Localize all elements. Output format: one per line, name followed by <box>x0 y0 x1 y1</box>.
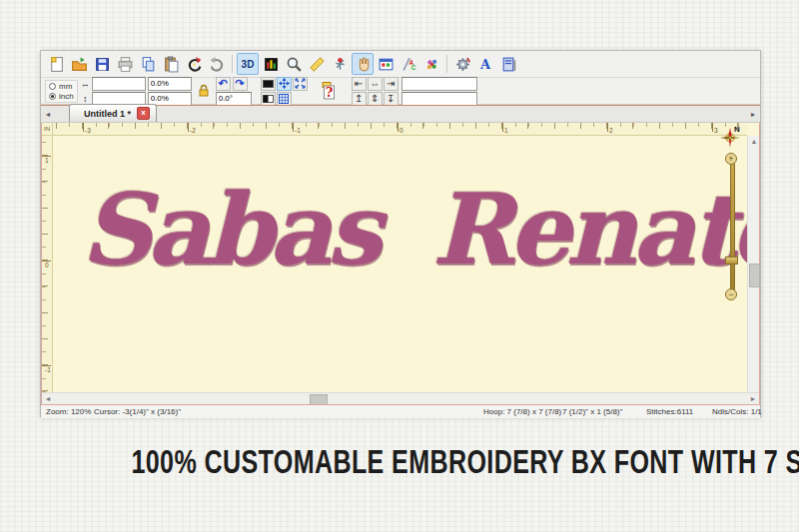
status-needles-colors: Ndls/Cols: 1/1 <box>712 407 762 416</box>
needle-abc-icon: AC <box>400 56 417 73</box>
width-input[interactable] <box>92 77 146 91</box>
redo-button[interactable]: ↷ <box>233 77 248 91</box>
stitch-density-bars-icon <box>263 56 280 73</box>
zoom-slider-handle[interactable] <box>725 257 738 265</box>
screenshot-root: 3D AC A mm inch ↔ <box>0 0 799 532</box>
width-arrow-icon: ↔ <box>81 79 90 89</box>
status-zoom: Zoom: 120% <box>46 407 91 416</box>
status-selection-size: 7 (1/2)" x 1 (5/8)" <box>562 407 622 416</box>
rotate-left-button[interactable] <box>183 53 205 75</box>
lock-icon <box>197 83 211 99</box>
status-cursor: Cursor: -3(1/4)" x (3/16)" <box>94 407 181 416</box>
toolbar-separator <box>232 55 233 73</box>
helper-question-icon: ? <box>322 82 336 100</box>
align-center-v-button[interactable]: ⇕ <box>368 92 383 106</box>
pan-hand-button[interactable] <box>352 53 374 75</box>
radio-inch <box>49 93 56 100</box>
position-y-input[interactable] <box>401 92 477 106</box>
align-bottom-button[interactable]: ↧ <box>384 92 399 106</box>
new-document-icon <box>48 56 65 73</box>
design-canvas: IN -3-2-10123 10-1 Sabas Renate N + − <box>41 123 760 404</box>
scroll-up-arrow[interactable]: ▲ <box>748 136 760 147</box>
lock-aspect-button[interactable] <box>195 81 213 101</box>
scroll-right-arrow[interactable]: ► <box>747 393 759 404</box>
copy-icon <box>140 56 157 73</box>
scroll-left-arrow[interactable]: ◄ <box>42 393 54 404</box>
rotate-right-button[interactable] <box>206 53 228 75</box>
stitch-density-button[interactable] <box>260 53 282 75</box>
ruler-unit-label: IN <box>42 123 53 136</box>
zoom-in-button[interactable]: + <box>725 153 737 165</box>
align-right-button[interactable]: ⇥ <box>384 77 399 91</box>
stitch-ball-icon <box>423 56 440 73</box>
fabric-color-button[interactable] <box>261 77 276 91</box>
unit-mm-option[interactable]: mm <box>49 82 74 91</box>
rotate-controls: ↶ ↷ <box>216 77 252 106</box>
width-percent-input[interactable] <box>148 77 192 91</box>
tab-scroll-right[interactable]: ▸ <box>746 106 760 122</box>
save-button[interactable] <box>91 53 113 75</box>
rotate-left-icon <box>186 56 203 73</box>
design-notes-button[interactable] <box>497 53 519 75</box>
measure-tool-button[interactable] <box>306 53 328 75</box>
align-buttons: ⇤ ⇔ ⇥ ↥ ⇕ ↧ <box>352 77 399 106</box>
unit-selector: mm inch <box>45 80 78 103</box>
vertical-ruler: 10-1 <box>42 136 53 392</box>
horizontal-scrollbar[interactable]: ◄ ► <box>42 392 759 404</box>
open-file-button[interactable] <box>68 53 90 75</box>
color-window-icon <box>378 56 395 73</box>
compass-north-label: N <box>734 125 740 134</box>
new-document-button[interactable] <box>45 53 67 75</box>
magnifier-icon <box>286 56 303 73</box>
align-top-button[interactable]: ↥ <box>352 92 367 106</box>
tab-label: Untitled 1 * <box>84 109 131 119</box>
embroidery-app-window: 3D AC A mm inch ↔ <box>40 50 761 417</box>
move-design-button[interactable] <box>277 77 292 91</box>
zoom-slider-track[interactable] <box>730 159 735 296</box>
status-hoop: Hoop: 7 (7/8) x 7 (7/8) <box>483 407 561 416</box>
stitch-ball-button[interactable] <box>420 53 442 75</box>
rotation-input[interactable] <box>216 92 252 106</box>
open-folder-icon <box>71 56 88 73</box>
grid-view-button[interactable] <box>277 92 292 106</box>
main-toolbar: 3D AC A <box>41 51 760 78</box>
align-center-h-button[interactable]: ⇔ <box>368 77 383 91</box>
letter-a-icon: A <box>480 57 490 72</box>
unit-mm-label: mm <box>59 82 72 91</box>
stitch-simulator-button[interactable] <box>329 53 351 75</box>
contrast-view-button[interactable] <box>261 92 276 106</box>
print-button[interactable] <box>114 53 136 75</box>
vertical-scrollbar[interactable]: ▲ <box>747 136 759 392</box>
color-window-button[interactable] <box>375 53 397 75</box>
height-arrow-icon: ↕ <box>81 94 90 104</box>
letter-tool-button[interactable]: A <box>474 53 496 75</box>
undo-button[interactable]: ↶ <box>216 77 231 91</box>
drawing-area[interactable]: Sabas Renate <box>53 136 747 392</box>
ruler-icon <box>309 56 326 73</box>
zoom-out-button[interactable]: − <box>725 288 737 300</box>
paste-button[interactable] <box>160 53 182 75</box>
tab-close-button[interactable]: x <box>137 107 150 120</box>
zoom-tool-button[interactable] <box>283 53 305 75</box>
radio-mm <box>49 83 56 90</box>
helper-button[interactable]: ? <box>319 80 339 102</box>
tab-scroll-left[interactable]: ◂ <box>41 106 55 122</box>
view-3d-button[interactable]: 3D <box>237 53 259 75</box>
vertical-scroll-thumb[interactable] <box>749 264 760 287</box>
lettering-button[interactable]: AC <box>398 53 419 75</box>
printer-icon <box>117 56 134 73</box>
align-left-button[interactable]: ⇤ <box>352 77 367 91</box>
unit-inch-option[interactable]: inch <box>49 92 74 101</box>
caption-text: 100% CUSTOMABLE EMBROIDERY BX FONT WITH … <box>131 443 799 481</box>
fit-view-button[interactable] <box>293 77 308 91</box>
marketing-caption: 100% CUSTOMABLE EMBROIDERY BX FONT WITH … <box>0 443 799 481</box>
position-x-input[interactable] <box>401 77 477 91</box>
toolbar-separator <box>446 55 447 73</box>
hand-icon <box>355 56 372 73</box>
tab-untitled-1[interactable]: Untitled 1 * x <box>69 104 157 122</box>
design-settings-button[interactable] <box>451 53 473 75</box>
copy-button[interactable] <box>137 53 159 75</box>
transform-toolbar: mm inch ↔ ↕ ↶ ↷ <box>41 78 760 105</box>
embroidery-text[interactable]: Sabas Renate <box>81 172 747 286</box>
document-tab-bar: ◂ Untitled 1 * x ▸ <box>41 105 760 123</box>
